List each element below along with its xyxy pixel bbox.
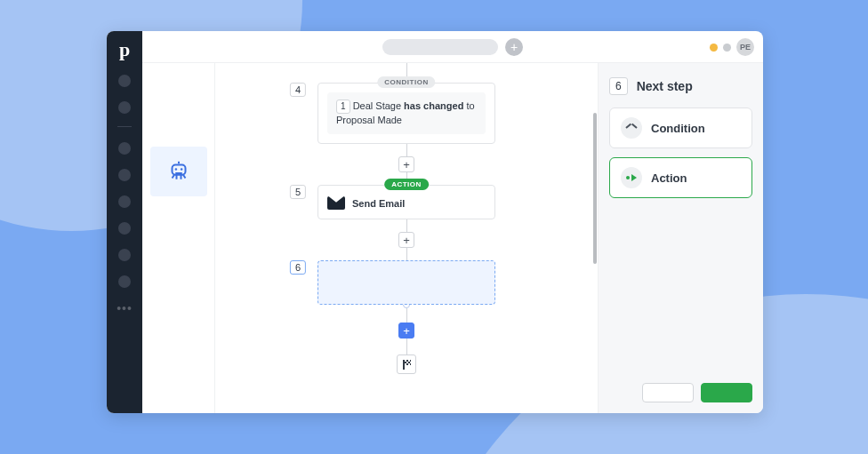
sidebar-nav-item[interactable]	[118, 169, 131, 181]
action-title: Send Email	[352, 198, 405, 209]
sidebar-nav-item[interactable]	[118, 101, 131, 114]
sidebar-nav-item[interactable]	[118, 75, 131, 87]
add-step-button[interactable]: +	[398, 156, 414, 172]
panel-step-number-badge: 6	[609, 77, 628, 95]
flag-icon	[402, 360, 412, 370]
sidebar-more-icon[interactable]: •••	[117, 301, 133, 315]
user-avatar[interactable]: PE	[736, 38, 754, 56]
add-step-primary-button[interactable]: +	[398, 323, 414, 339]
status-dot-grey-icon[interactable]	[723, 44, 731, 52]
main-sidebar: p •••	[107, 31, 142, 413]
svg-point-2	[180, 168, 182, 171]
search-input[interactable]	[382, 39, 498, 55]
sidebar-nav-item[interactable]	[118, 275, 131, 288]
topbar-actions: PE	[710, 38, 754, 56]
sidebar-nav-item[interactable]	[118, 195, 131, 208]
step-number-badge: 5	[290, 185, 306, 199]
step-config-panel: 6 Next step Condition	[598, 63, 763, 413]
panel-footer	[609, 383, 752, 402]
panel-title: Next step	[637, 79, 693, 93]
sidebar-nav-item[interactable]	[118, 142, 131, 155]
sidebar-nav-item[interactable]	[118, 249, 131, 261]
workflow-canvas[interactable]: 4 CONDITION 1 Deal Stage has changed to …	[215, 63, 598, 413]
automation-type-tile[interactable]	[150, 147, 207, 196]
quick-add-button[interactable]: +	[505, 38, 523, 56]
automation-left-panel	[142, 63, 215, 413]
action-arrow-icon	[621, 167, 642, 188]
main-area: 4 CONDITION 1 Deal Stage has changed to …	[142, 63, 763, 413]
topbar: + PE	[142, 31, 763, 63]
condition-text: 1 Deal Stage has changed to Proposal Mad…	[336, 100, 477, 127]
end-flag-button[interactable]	[397, 354, 416, 374]
robot-icon	[165, 158, 192, 185]
pipedrive-logo-icon[interactable]: p	[119, 38, 130, 61]
content-area: + PE	[142, 31, 763, 413]
flow-node-action[interactable]: 5 ACTION Send Email	[317, 185, 495, 219]
envelope-icon	[327, 196, 345, 210]
status-dot-amber-icon[interactable]	[710, 44, 718, 52]
secondary-button[interactable]	[642, 383, 694, 402]
svg-point-1	[174, 168, 177, 171]
step-number-badge: 6	[290, 260, 306, 275]
app-window: p ••• + PE	[107, 31, 763, 413]
primary-button[interactable]	[701, 383, 752, 402]
node-type-label: CONDITION	[377, 76, 435, 88]
node-type-label: ACTION	[384, 179, 429, 190]
flow-node-condition[interactable]: 4 CONDITION 1 Deal Stage has changed to …	[317, 83, 495, 144]
choice-condition[interactable]: Condition	[609, 108, 752, 148]
step-number-badge: 4	[290, 83, 306, 97]
choice-label: Condition	[651, 122, 705, 135]
condition-index-chip: 1	[336, 100, 350, 114]
add-step-button[interactable]: +	[398, 232, 414, 248]
flow-node-placeholder[interactable]: 6	[317, 260, 495, 305]
sidebar-divider	[117, 126, 132, 127]
branch-icon	[621, 117, 642, 139]
choice-label: Action	[651, 171, 687, 185]
sidebar-nav-item[interactable]	[118, 222, 131, 235]
choice-action[interactable]: Action	[609, 157, 752, 198]
scrollbar-thumb[interactable]	[593, 113, 597, 264]
